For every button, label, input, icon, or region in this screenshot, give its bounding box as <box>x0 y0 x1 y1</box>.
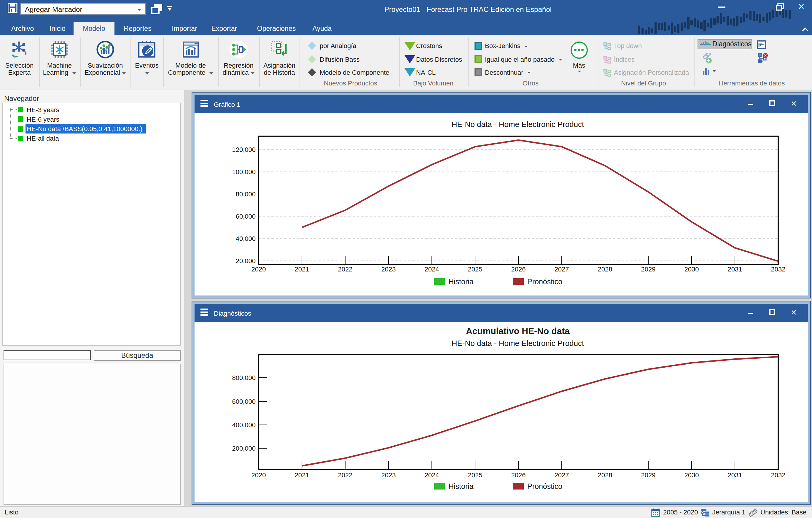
svg-text:120,000: 120,000 <box>232 146 255 153</box>
svg-text:2031: 2031 <box>727 265 742 272</box>
svg-text:Pronóstico: Pronóstico <box>527 277 562 285</box>
svg-text:800,000: 800,000 <box>232 374 255 381</box>
svg-text:2021: 2021 <box>294 471 309 479</box>
svg-text:2025: 2025 <box>468 471 482 479</box>
svg-text:2032: 2032 <box>771 265 785 272</box>
svg-text:2023: 2023 <box>381 471 396 479</box>
svg-text:2027: 2027 <box>554 265 569 272</box>
svg-text:2029: 2029 <box>641 471 656 479</box>
svg-text:2028: 2028 <box>598 265 612 272</box>
svg-text:20,000: 20,000 <box>235 257 255 264</box>
svg-text:200,000: 200,000 <box>232 444 255 452</box>
svg-text:40,000: 40,000 <box>235 235 255 242</box>
svg-text:80,000: 80,000 <box>235 190 255 198</box>
svg-text:Pronóstico: Pronóstico <box>527 482 562 490</box>
svg-text:2022: 2022 <box>338 471 352 479</box>
svg-text:2024: 2024 <box>425 471 439 479</box>
svg-text:2026: 2026 <box>511 471 525 479</box>
svg-text:2023: 2023 <box>381 265 396 272</box>
svg-text:HE-No data - Home Electronic P: HE-No data - Home Electronic Product <box>452 339 584 347</box>
svg-text:60,000: 60,000 <box>235 212 255 220</box>
svg-text:2020: 2020 <box>251 265 266 272</box>
svg-text:2029: 2029 <box>641 265 656 272</box>
svg-text:2020: 2020 <box>251 471 266 479</box>
svg-text:2026: 2026 <box>511 265 525 272</box>
svg-text:2025: 2025 <box>468 265 482 272</box>
svg-text:2030: 2030 <box>684 471 699 479</box>
svg-text:400,000: 400,000 <box>232 421 255 428</box>
svg-text:Historia: Historia <box>448 277 473 285</box>
svg-text:2021: 2021 <box>294 265 309 272</box>
svg-text:HE-No data - Home Electronic P: HE-No data - Home Electronic Product <box>452 120 584 128</box>
svg-text:600,000: 600,000 <box>232 398 255 405</box>
svg-text:Historia: Historia <box>448 482 473 490</box>
svg-text:2030: 2030 <box>684 265 699 272</box>
svg-text:Acumulativo HE-No data: Acumulativo HE-No data <box>466 326 570 336</box>
svg-text:2022: 2022 <box>338 265 352 272</box>
svg-text:2027: 2027 <box>554 471 569 479</box>
svg-text:2028: 2028 <box>598 471 612 479</box>
svg-text:2031: 2031 <box>727 471 742 479</box>
svg-text:2024: 2024 <box>425 265 439 272</box>
svg-text:100,000: 100,000 <box>232 168 255 175</box>
svg-text:2032: 2032 <box>771 471 785 479</box>
